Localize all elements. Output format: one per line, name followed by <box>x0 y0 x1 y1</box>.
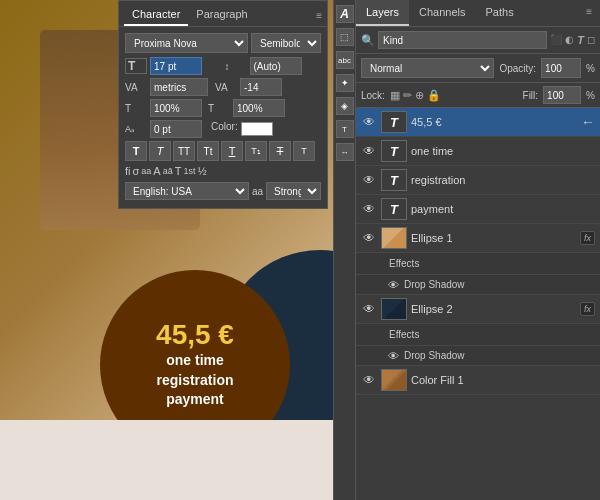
layers-search-input[interactable] <box>378 31 547 49</box>
leading-input[interactable] <box>250 57 302 75</box>
lock-pos-icon[interactable]: ✏ <box>403 89 412 102</box>
layer-eye-registration[interactable]: 👁 <box>361 172 377 188</box>
tool-btn-1[interactable]: A <box>336 5 354 23</box>
layer-item-ellipse1[interactable]: 👁 Ellipse 1 fx <box>356 224 600 253</box>
effect-dropshadow-ellipse1[interactable]: 👁 Drop Shadow <box>356 275 600 295</box>
kerning-row: VA VA <box>125 78 321 96</box>
price-text: 45,5 € <box>156 320 234 351</box>
discretionary-btn[interactable]: aa <box>141 165 151 177</box>
effect-name-dropshadow2: Drop Shadow <box>404 350 465 361</box>
color-label: Color: <box>211 121 238 132</box>
panel-tab-bar: Character Paragraph ≡ <box>119 1 327 27</box>
tracking-input[interactable] <box>240 78 282 96</box>
layer-name-price: 45,5 € <box>411 116 575 128</box>
blend-mode-select[interactable]: Normal <box>361 58 494 78</box>
opacity-pct: % <box>586 63 595 74</box>
aa-label: aa <box>252 186 263 197</box>
layer-eye-onetime[interactable]: 👁 <box>361 143 377 159</box>
effects-label-text2: Effects <box>381 329 419 340</box>
titling-btn[interactable]: T <box>175 165 182 177</box>
style-strike-btn[interactable]: T <box>269 141 291 161</box>
scale-v-input[interactable] <box>233 99 285 117</box>
ordinal-btn[interactable]: 1st <box>183 165 195 177</box>
fraction-btn[interactable]: ½ <box>197 165 206 177</box>
ligature-btn[interactable]: fi <box>125 165 131 177</box>
lock-row: Lock: ▦ ✏ ⊕ 🔒 Fill: % <box>356 83 600 108</box>
tab-paragraph[interactable]: Paragraph <box>188 4 255 26</box>
font-size-icon: T <box>125 58 147 74</box>
effect-eye-dropshadow1[interactable]: 👁 <box>386 278 400 292</box>
effect-dropshadow-ellipse2[interactable]: 👁 Drop Shadow <box>356 346 600 366</box>
tab-paths[interactable]: Paths <box>476 0 524 26</box>
style-bold-btn[interactable]: T <box>125 141 147 161</box>
panel-menu-icon[interactable]: ≡ <box>316 10 322 21</box>
layers-search-bar: 🔍 ⬛ ◐ T ◻ <box>356 27 600 54</box>
layer-fx-ellipse1[interactable]: fx <box>580 231 595 245</box>
style-tt2-btn[interactable]: Tt <box>197 141 219 161</box>
layer-item-colorfill[interactable]: 👁 Color Fill 1 <box>356 366 600 395</box>
layer-name-registration: registration <box>411 174 595 186</box>
layer-eye-colorfill[interactable]: 👁 <box>361 372 377 388</box>
layer-eye-payment[interactable]: 👁 <box>361 201 377 217</box>
fill-input[interactable] <box>543 86 581 104</box>
vertical-toolbar: A ⬚ abc ✦ ◈ T ↔ <box>333 0 355 500</box>
fill-pct: % <box>586 90 595 101</box>
font-size-input[interactable] <box>150 57 202 75</box>
tab-channels[interactable]: Channels <box>409 0 475 26</box>
layers-list: 👁 T 45,5 € ← 👁 T one time 👁 T registrati… <box>356 108 600 468</box>
style-sup-btn[interactable]: T <box>293 141 315 161</box>
effect-eye-dropshadow2[interactable]: 👁 <box>386 349 400 363</box>
font-style-select[interactable]: Semibold <box>251 33 321 53</box>
leading-field: ↕ <box>225 57 322 75</box>
font-family-select[interactable]: Proxima Nova <box>125 33 248 53</box>
kerning-input[interactable] <box>150 78 208 96</box>
tab-layers[interactable]: Layers <box>356 0 409 26</box>
filter-shape-icon[interactable]: ◻ <box>587 34 595 46</box>
lock-all-icon[interactable]: 🔒 <box>427 89 441 102</box>
filter-type-icon[interactable]: T <box>577 34 584 46</box>
layer-item-ellipse2[interactable]: 👁 Ellipse 2 fx <box>356 295 600 324</box>
layer-eye-price[interactable]: 👁 <box>361 114 377 130</box>
swash-btn[interactable]: aā <box>163 165 173 177</box>
tab-character[interactable]: Character <box>124 4 188 26</box>
style-tt-btn[interactable]: TT <box>173 141 195 161</box>
layer-thumb-payment: T <box>381 198 407 220</box>
style-sub-btn[interactable]: T₁ <box>245 141 267 161</box>
oldstyle-btn[interactable]: σ <box>133 165 140 177</box>
layer-item-payment[interactable]: 👁 T payment <box>356 195 600 224</box>
layer-eye-ellipse2[interactable]: 👁 <box>361 301 377 317</box>
tool-btn-6[interactable]: T <box>336 120 354 138</box>
layer-name-payment: payment <box>411 203 595 215</box>
onetime-text: one time <box>166 351 224 371</box>
tool-btn-4[interactable]: ✦ <box>336 74 354 92</box>
layer-name-ellipse1: Ellipse 1 <box>411 232 576 244</box>
layers-menu-icon[interactable]: ≡ <box>578 0 600 26</box>
layer-item-price[interactable]: 👁 T 45,5 € ← <box>356 108 600 137</box>
layer-thumb-ellipse2 <box>381 298 407 320</box>
antialiasing-select[interactable]: Strong <box>266 182 321 200</box>
baseline-input[interactable] <box>150 120 202 138</box>
opacity-input[interactable] <box>541 58 581 78</box>
filter-pixel-icon[interactable]: ⬛ <box>550 34 562 46</box>
stylistic-btn[interactable]: A <box>153 165 160 177</box>
layer-item-onetime[interactable]: 👁 T one time <box>356 137 600 166</box>
layer-name-ellipse2: Ellipse 2 <box>411 303 576 315</box>
filter-adjust-icon[interactable]: ◐ <box>565 34 574 46</box>
language-select[interactable]: English: USA <box>125 182 249 200</box>
layer-eye-ellipse1[interactable]: 👁 <box>361 230 377 246</box>
style-underline-btn[interactable]: T <box>221 141 243 161</box>
scale-v-icon: T <box>208 103 230 114</box>
layer-item-registration[interactable]: 👁 T registration <box>356 166 600 195</box>
color-swatch[interactable] <box>241 122 273 136</box>
layer-thumb-price: T <box>381 111 407 133</box>
tool-btn-3[interactable]: abc <box>336 51 354 69</box>
lock-pixel-icon[interactable]: ▦ <box>390 89 400 102</box>
tool-btn-7[interactable]: ↔ <box>336 143 354 161</box>
style-italic-btn[interactable]: T <box>149 141 171 161</box>
opacity-label: Opacity: <box>499 63 536 74</box>
scale-h-input[interactable] <box>150 99 202 117</box>
tool-btn-2[interactable]: ⬚ <box>336 28 354 46</box>
layer-fx-ellipse2[interactable]: fx <box>580 302 595 316</box>
lock-move-icon[interactable]: ⊕ <box>415 89 424 102</box>
tool-btn-5[interactable]: ◈ <box>336 97 354 115</box>
